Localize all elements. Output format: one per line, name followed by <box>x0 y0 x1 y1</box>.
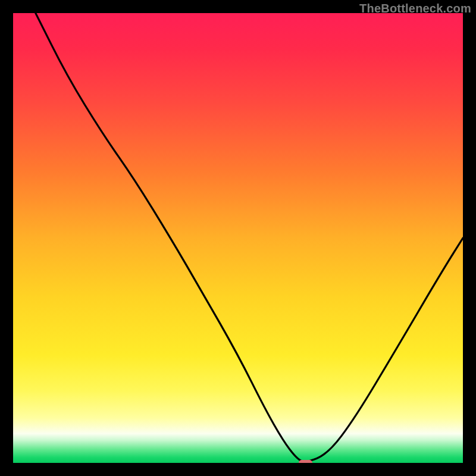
curve-path <box>36 13 463 461</box>
bottleneck-curve <box>13 13 463 463</box>
chart-frame: TheBottleneck.com <box>0 0 476 476</box>
plot-area <box>13 13 463 463</box>
optimum-marker <box>299 460 312 463</box>
